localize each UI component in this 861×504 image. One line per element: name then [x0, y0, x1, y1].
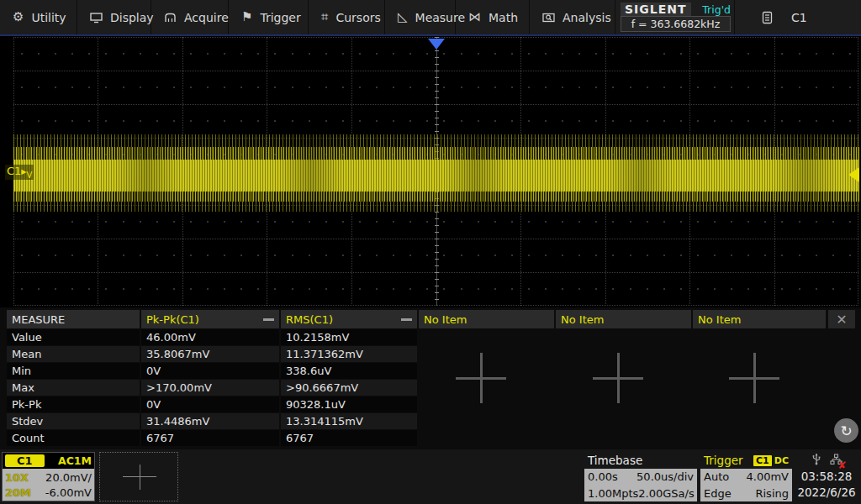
timebase-delay: 0.00s: [588, 470, 618, 483]
menu-math-label: Math: [489, 11, 518, 24]
measure-panel-tab[interactable]: C1: [735, 0, 861, 34]
measurement-section: MEASURE Pk-Pk(C1) RMS(C1) No Item No Ite…: [0, 307, 861, 449]
frequency-readout: f = 363.6682kHz: [621, 16, 731, 32]
vertical-scale: 20.0mV/: [45, 471, 92, 484]
remove-measurement-icon[interactable]: [401, 318, 412, 321]
table-row: Mean35.8067mV11.371362mV: [7, 346, 417, 362]
usb-icon: [811, 452, 821, 469]
bottom-status-bar: C1 AC1M 10X20.0mV/ 20M-6.00mV Timebase 0…: [0, 449, 861, 504]
menu-cursors-label: Cursors: [335, 11, 380, 24]
lan-disconnected-icon: ✘: [830, 453, 843, 469]
table-row: Min0V338.6uV: [7, 363, 417, 379]
measure-icon: ◺: [398, 11, 408, 24]
channel-position-marker[interactable]: C1▶V: [5, 165, 34, 180]
measure-col-pkpk[interactable]: Pk-Pk(C1): [141, 310, 279, 328]
channel-marker-label: C1: [7, 165, 21, 177]
bandwidth-limit: 20M: [5, 486, 31, 499]
trigger-descriptor[interactable]: Trigger C1 DC Auto4.00mV EdgeRising: [700, 452, 792, 501]
add-channel-button[interactable]: [99, 452, 178, 501]
clipboard-icon: [762, 11, 773, 24]
top-menu-bar: ⚙ Utility Display Acquire ⚑ Trigger ⌗ Cu…: [0, 0, 861, 36]
vertical-offset: -6.00mV: [45, 486, 92, 499]
trigger-position-marker[interactable]: [428, 39, 445, 50]
clock-panel: ✘ 03:58:28 2022/6/26: [794, 452, 859, 501]
oscilloscope-screen: ⚙ Utility Display Acquire ⚑ Trigger ⌗ Cu…: [0, 0, 861, 504]
measure-table-title: MEASURE: [7, 310, 140, 328]
acquire-icon: [164, 12, 177, 24]
table-row: Value46.00mV10.2158mV: [7, 329, 417, 345]
trigger-level: 4.00mV: [746, 470, 789, 483]
memory-depth: 1.00Mpts: [588, 487, 638, 500]
gesture-dial-icon[interactable]: ↻: [834, 418, 858, 443]
math-icon: ⋈: [468, 11, 481, 24]
menu-utility[interactable]: ⚙ Utility: [0, 0, 77, 34]
trigger-source-badge: C1: [753, 455, 772, 466]
timebase-scale: 50.0us/div: [637, 470, 694, 483]
menu-analysis-label: Analysis: [563, 11, 611, 24]
trigger-coupling: DC: [774, 455, 789, 466]
trigger-level-marker[interactable]: [848, 167, 859, 182]
channel-marker-sub: V: [27, 171, 33, 180]
timebase-descriptor[interactable]: Timebase 0.00s50.0us/div 1.00Mpts2.00GSa…: [584, 452, 697, 501]
remove-measurement-icon[interactable]: [263, 318, 274, 321]
disconnected-x-icon: ✘: [837, 459, 846, 471]
menu-analysis[interactable]: Analysis: [530, 0, 615, 34]
measure-col-rms[interactable]: RMS(C1): [281, 310, 417, 328]
channel-badge: C1: [5, 454, 45, 467]
measurement-header-row: MEASURE Pk-Pk(C1) RMS(C1) No Item No Ite…: [7, 310, 826, 328]
menu-display-label: Display: [110, 11, 154, 24]
table-row: Stdev31.4486mV13.314115mV: [7, 413, 417, 429]
close-measure-panel-button[interactable]: ✕: [828, 310, 855, 328]
measure-col-empty-2[interactable]: No Item: [556, 310, 691, 328]
status-block: SIGLENT Trig'd f = 363.6682kHz: [615, 0, 735, 34]
menu-display[interactable]: Display: [77, 0, 151, 34]
add-measurement-button[interactable]: [729, 353, 779, 403]
menu-trigger-label: Trigger: [260, 11, 300, 24]
menu-acquire-label: Acquire: [184, 11, 229, 24]
measure-table-rows: Value46.00mV10.2158mV Mean35.8067mV11.37…: [7, 329, 417, 447]
menu-measure[interactable]: ◺ Measure: [385, 0, 456, 34]
trigger-status-badge: Trig'd: [702, 3, 731, 16]
waveform-display: C1▶V: [0, 36, 861, 307]
plus-icon: [123, 465, 156, 490]
measure-col-empty-1[interactable]: No Item: [419, 310, 554, 328]
trigger-type: Edge: [704, 487, 732, 500]
menu-acquire[interactable]: Acquire: [151, 0, 229, 34]
measure-panel-tab-label: C1: [791, 11, 807, 24]
add-measurement-button[interactable]: [593, 353, 643, 403]
waveform-envelope-shading: [13, 134, 859, 212]
add-measurement-button[interactable]: [456, 353, 506, 403]
channel-1-descriptor[interactable]: C1 AC1M 10X20.0mV/ 20M-6.00mV: [2, 452, 95, 501]
table-row: Pk-Pk0V90328.1uV: [7, 396, 417, 412]
menu-math[interactable]: ⋈ Math: [456, 0, 530, 34]
system-date: 2022/6/26: [797, 485, 855, 501]
trigger-title: Trigger: [704, 454, 743, 467]
table-row: Max>170.00mV>90.6667mV: [7, 380, 417, 396]
measure-col-empty-3[interactable]: No Item: [693, 310, 826, 328]
table-row: Count67676767: [7, 430, 417, 446]
menu-cursors[interactable]: ⌗ Cursors: [309, 0, 385, 34]
menu-utility-label: Utility: [31, 11, 66, 24]
trigger-mode: Auto: [704, 470, 729, 483]
gear-icon: ⚙: [13, 11, 24, 24]
timebase-title: Timebase: [588, 454, 642, 467]
analysis-icon: [542, 12, 555, 24]
sample-rate: 2.00GSa/s: [638, 487, 694, 500]
trigger-slope: Rising: [755, 487, 789, 500]
display-icon: [90, 12, 103, 24]
cursors-icon: ⌗: [321, 11, 328, 24]
channel-coupling: AC1M: [58, 454, 92, 467]
menu-trigger[interactable]: ⚑ Trigger: [229, 0, 309, 34]
trigger-flag-icon: ⚑: [241, 11, 252, 24]
close-icon: ✕: [836, 312, 847, 328]
siglent-logo: SIGLENT: [621, 3, 691, 16]
probe-attenuation: 10X: [5, 471, 29, 484]
